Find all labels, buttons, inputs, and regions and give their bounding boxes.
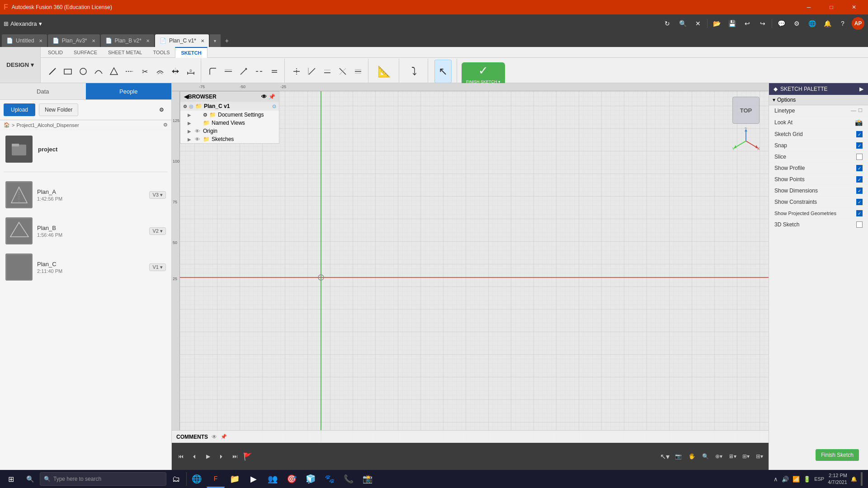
linetype-checkbox[interactable]: ☐ bbox=[858, 108, 863, 114]
show-profile-checkbox[interactable] bbox=[856, 165, 863, 171]
notification-button[interactable]: 🔔 bbox=[851, 476, 857, 482]
timeline-end-button[interactable]: ⏭ bbox=[230, 451, 241, 462]
tab-plan-cv1-close[interactable]: ✕ bbox=[201, 38, 204, 43]
tab-plan-bv2-close[interactable]: ✕ bbox=[146, 38, 150, 43]
offset-tool-button[interactable] bbox=[153, 64, 167, 79]
comment-button[interactable]: 💬 bbox=[775, 17, 788, 30]
constraint5-button[interactable] bbox=[351, 64, 365, 79]
equal-constraint-button[interactable] bbox=[267, 64, 282, 79]
palette-options-header[interactable]: ▾ Options bbox=[769, 95, 868, 105]
battery-icon[interactable]: 🔋 bbox=[803, 476, 811, 483]
tab-tools[interactable]: TOOLS bbox=[147, 47, 175, 58]
taskbar-clock[interactable]: 2:12 PM 4/7/2021 bbox=[828, 472, 847, 486]
fillet-tool-button[interactable] bbox=[206, 64, 220, 79]
grid-toggle-button[interactable]: ⊞▾ bbox=[741, 451, 751, 462]
taskbar-teams[interactable]: 👥 bbox=[264, 470, 282, 488]
redo-button[interactable]: ↪ bbox=[756, 17, 769, 30]
version-badge-plan-a[interactable]: V3 ▾ bbox=[149, 191, 166, 199]
user-section[interactable]: ⊞ Alexandra ▾ bbox=[4, 20, 42, 27]
browser-eye-icon[interactable]: 👁 bbox=[261, 94, 267, 100]
taskbar-folder[interactable]: 📁 bbox=[226, 470, 244, 488]
upload-button[interactable]: Upload bbox=[4, 103, 35, 116]
taskbar-chrome[interactable]: 🌐 bbox=[188, 470, 206, 488]
taskbar-fusion[interactable]: F bbox=[207, 470, 225, 488]
linetype-solid-icon[interactable]: — bbox=[851, 108, 856, 114]
tab-untitled-close[interactable]: ✕ bbox=[39, 38, 42, 43]
browser-item-sketches[interactable]: ▶ 👁 📁 Sketches bbox=[180, 135, 279, 143]
taskbar-app5[interactable]: 🎯 bbox=[283, 470, 301, 488]
volume-icon[interactable]: 🔊 bbox=[782, 476, 789, 483]
system-tray-arrow[interactable]: ∧ bbox=[774, 476, 778, 483]
taskbar-app7[interactable]: 🐾 bbox=[321, 470, 339, 488]
taskbar-app6[interactable]: 🧊 bbox=[302, 470, 320, 488]
notification-button[interactable]: 🔔 bbox=[821, 17, 834, 30]
timeline-play-button[interactable]: ▶ bbox=[203, 451, 213, 462]
trim-tool-button[interactable]: ✂ bbox=[137, 64, 152, 79]
show-projected-checkbox[interactable] bbox=[856, 210, 863, 216]
refresh-button[interactable]: ↻ bbox=[661, 17, 674, 30]
constraint2-button[interactable] bbox=[305, 64, 319, 79]
taskbar-search-button[interactable]: 🔍 bbox=[21, 470, 39, 488]
tabs-overflow-button[interactable]: ▾ bbox=[210, 34, 221, 47]
show-desktop-button[interactable] bbox=[861, 472, 863, 486]
browser-item-origin[interactable]: ▶ 👁 Origin bbox=[180, 127, 279, 135]
tab-plan-av3-close[interactable]: ✕ bbox=[92, 38, 95, 43]
save-button[interactable]: 💾 bbox=[726, 17, 738, 30]
file-item-plan-a[interactable]: Plan_A 1:42:56 PM V3 ▾ bbox=[4, 179, 168, 210]
3d-sketch-checkbox[interactable] bbox=[856, 221, 863, 228]
tab-plan-av3[interactable]: 📄 Plan_Av3* ✕ bbox=[48, 34, 100, 47]
arc-tool-button[interactable] bbox=[91, 64, 106, 79]
taskbar-media[interactable]: ▶ bbox=[245, 470, 263, 488]
dimension-tool-button[interactable]: D bbox=[184, 64, 198, 79]
zoom-button[interactable]: 🔍 bbox=[700, 451, 711, 462]
data-tab[interactable]: Data bbox=[0, 83, 86, 99]
open-button[interactable]: 📂 bbox=[710, 17, 723, 30]
show-points-checkbox[interactable] bbox=[856, 176, 863, 183]
tab-plan-cv1[interactable]: 📄 Plan_C v1* ✕ bbox=[155, 34, 209, 47]
orbit-button[interactable]: 🖐 bbox=[686, 451, 697, 462]
home-icon[interactable]: 🏠 bbox=[4, 122, 10, 128]
break-button[interactable] bbox=[252, 64, 266, 79]
circle-tool-button[interactable] bbox=[76, 64, 90, 79]
constraint3-button[interactable] bbox=[320, 64, 335, 79]
finish-sketch-button[interactable]: Finish Sketch bbox=[816, 449, 859, 461]
tab-solid[interactable]: SOLID bbox=[42, 47, 68, 58]
look-at-icon[interactable]: 📸 bbox=[855, 119, 863, 126]
insert-button[interactable]: ⤵ bbox=[408, 60, 420, 83]
browser-root-node[interactable]: ⚙ ◎ 📁 Plan_C v1 ⊙ bbox=[180, 102, 279, 111]
browser-pin-icon[interactable]: 📌 bbox=[269, 94, 275, 100]
sketch-grid-checkbox[interactable] bbox=[856, 131, 863, 137]
timeline-start-button[interactable]: ⏮ bbox=[175, 451, 186, 462]
start-button[interactable]: ⊞ bbox=[2, 470, 20, 488]
browser-item-named-views[interactable]: ▶ 📁 Named Views bbox=[180, 119, 279, 127]
construction-tool-button[interactable] bbox=[122, 64, 137, 79]
view-cube[interactable]: TOP bbox=[732, 97, 760, 124]
breadcrumb-project[interactable]: Project1_Alcohol_Dispenser bbox=[16, 122, 79, 128]
taskbar-task-view[interactable]: 🗂 bbox=[167, 470, 185, 488]
file-item-plan-c[interactable]: Plan_C 2:11:40 PM V1 ▾ bbox=[4, 252, 168, 282]
tab-sketch[interactable]: SKETCH bbox=[175, 47, 207, 58]
constraint1-button[interactable] bbox=[289, 64, 304, 79]
new-folder-button[interactable]: New Folder bbox=[39, 103, 78, 116]
panel-settings-button[interactable]: ⚙ bbox=[155, 103, 168, 116]
design-dropdown-button[interactable]: DESIGN ▾ bbox=[0, 47, 41, 83]
select-button[interactable]: ↖ bbox=[434, 60, 452, 83]
project-item[interactable]: project bbox=[4, 134, 168, 164]
version-badge-plan-c[interactable]: V1 ▾ bbox=[149, 263, 166, 271]
rectangle-tool-button[interactable] bbox=[61, 64, 75, 79]
tab-surface[interactable]: SURFACE bbox=[68, 47, 103, 58]
mirror-tool-button[interactable] bbox=[168, 64, 183, 79]
minimize-button[interactable]: ─ bbox=[798, 0, 819, 14]
settings-button[interactable]: ⚙ bbox=[790, 17, 803, 30]
extend-button[interactable] bbox=[236, 64, 251, 79]
browser-header[interactable]: ◀ BROWSER 👁 📌 bbox=[180, 92, 279, 102]
offset-edge-button[interactable] bbox=[221, 64, 236, 79]
breadcrumb-settings-icon[interactable]: ⚙ bbox=[163, 122, 168, 128]
finish-sketch-ribbon-button[interactable]: ✓ FINISH SKETCH ▾ bbox=[462, 62, 505, 86]
camera-button[interactable]: 📷 bbox=[673, 451, 684, 462]
help-button[interactable]: ? bbox=[836, 17, 849, 30]
close-panel-button[interactable]: ✕ bbox=[692, 17, 704, 30]
viewport[interactable]: 125 100 75 50 25 -75 -50 -25 ◀ BROWSER 👁… bbox=[172, 83, 769, 470]
network-icon[interactable]: 📶 bbox=[793, 476, 800, 483]
timeline-prev-button[interactable]: ⏴ bbox=[189, 451, 200, 462]
